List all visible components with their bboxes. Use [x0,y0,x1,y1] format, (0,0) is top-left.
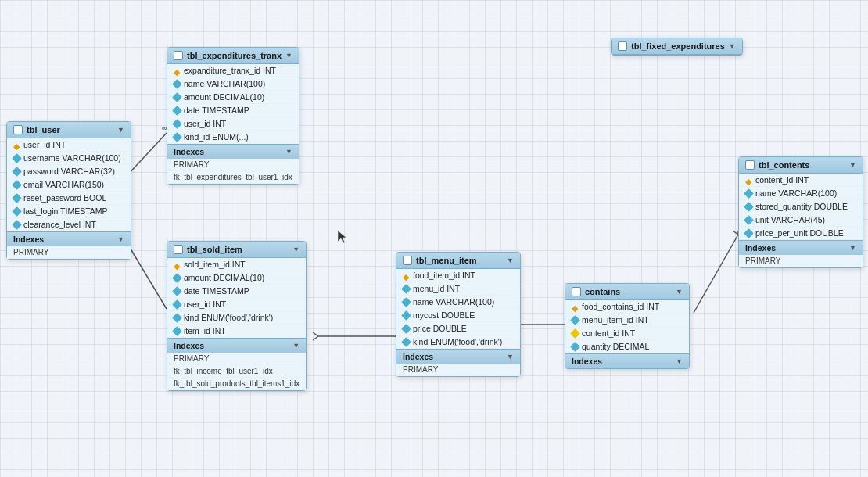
indexes-header-tbl_sold_item[interactable]: Indexes ▼ [167,338,306,353]
diamond-blue-icon [401,284,411,294]
field-text: user_id INT [184,119,226,128]
diamond-blue-icon [172,299,182,310]
table-icon [174,245,183,254]
table-contains: contains ▼ ◆food_contains_id INTmenu_ite… [565,283,690,369]
header-arrow-tbl_fixed_expenditures[interactable]: ▼ [729,42,736,50]
table-header-tbl_user[interactable]: tbl_user ▼ [7,122,131,138]
field-text: reset_password BOOL [23,193,106,203]
indexes-arrow-tbl_menu_item[interactable]: ▼ [507,353,514,360]
field-row-tbl_user-5: last_login TIMESTAMP [7,205,131,218]
diamond-blue-icon [744,202,754,212]
field-text: date TIMESTAMP [184,106,249,115]
table-icon [174,51,183,60]
indexes-arrow-tbl_expenditures_tranx[interactable]: ▼ [285,148,292,156]
key-icon: ◆ [174,67,181,74]
table-header-tbl_sold_item[interactable]: tbl_sold_item ▼ [167,242,306,258]
diamond-blue-icon [172,92,182,102]
header-arrow-tbl_sold_item[interactable]: ▼ [292,246,299,253]
diamond-blue-icon [401,324,411,334]
table-icon [572,287,581,296]
diamond-blue-icon [570,342,580,352]
table-name-tbl_expenditures_tranx: tbl_expenditures_tranx [187,51,282,60]
table-header-tbl_contents[interactable]: tbl_contents ▼ [739,157,863,174]
field-row-tbl_sold_item-4: kind ENUM('food','drink') [167,311,306,325]
indexes-arrow-tbl_contents[interactable]: ▼ [849,244,856,252]
field-row-tbl_user-0: ◆user_id INT [7,138,131,152]
indexes-arrow-contains[interactable]: ▼ [676,357,683,365]
field-row-tbl_expenditures_tranx-2: amount DECIMAL(10) [167,91,299,104]
diamond-blue-icon [744,188,754,199]
field-row-tbl_menu_item-3: mycost DOUBLE [396,309,520,322]
field-text: content_id INT [755,175,809,185]
svg-line-12 [694,235,738,313]
field-text: menu_item_id INT [582,315,649,325]
key-icon: ◆ [13,142,20,149]
table-header-tbl_menu_item[interactable]: tbl_menu_item ▼ [396,253,520,269]
field-row-tbl_expenditures_tranx-5: kind_id ENUM(...) [167,131,299,144]
field-row-tbl_user-4: reset_password BOOL [7,192,131,205]
index-item-tbl_menu_item-0: PRIMARY [396,364,520,376]
field-text: sold_item_id INT [184,260,246,269]
indexes-arrow-tbl_sold_item[interactable]: ▼ [292,342,299,350]
table-header-tbl_expenditures_tranx[interactable]: tbl_expenditures_tranx ▼ [167,48,299,64]
table-tbl_menu_item: tbl_menu_item ▼ ◆food_item_id INTmenu_id… [396,252,521,377]
field-text: username VARCHAR(100) [23,153,121,163]
field-row-tbl_contents-4: price_per_unit DOUBLE [739,227,863,240]
header-arrow-tbl_menu_item[interactable]: ▼ [507,256,514,264]
svg-marker-15 [338,231,346,243]
field-text: content_id INT [582,328,635,338]
header-arrow-tbl_contents[interactable]: ▼ [849,161,856,169]
indexes-header-tbl_user[interactable]: Indexes ▼ [7,231,131,246]
field-text: kind ENUM('food','drink') [413,337,502,346]
indexes-label-tbl_expenditures_tranx: Indexes [174,147,204,156]
indexes-label-tbl_sold_item: Indexes [174,341,204,350]
table-icon [745,160,755,170]
diamond-blue-icon [12,206,22,217]
field-row-tbl_menu_item-1: menu_id INT [396,282,520,296]
field-text: price_per_unit DOUBLE [755,228,844,238]
indexes-arrow-tbl_user[interactable]: ▼ [117,235,124,243]
field-row-tbl_sold_item-5: item_id INT [167,325,306,338]
table-header-contains[interactable]: contains ▼ [565,284,689,300]
header-arrow-contains[interactable]: ▼ [676,288,683,296]
indexes-header-tbl_expenditures_tranx[interactable]: Indexes ▼ [167,144,299,159]
header-arrow-tbl_user[interactable]: ▼ [117,126,124,134]
field-row-tbl_user-1: username VARCHAR(100) [7,152,131,165]
table-name-tbl_user: tbl_user [27,125,60,134]
key-icon: ◆ [572,303,579,310]
diamond-blue-icon [172,79,182,89]
field-row-tbl_expenditures_tranx-0: ◆expanditure_tranx_id INT [167,64,299,77]
indexes-header-contains[interactable]: Indexes ▼ [565,353,689,368]
field-text: menu_id INT [413,284,460,293]
table-icon [618,41,627,51]
field-row-tbl_sold_item-1: amount DECIMAL(10) [167,271,306,285]
field-row-tbl_menu_item-5: kind ENUM('food','drink') [396,335,520,349]
diamond-blue-icon [172,273,182,283]
indexes-header-tbl_menu_item[interactable]: Indexes ▼ [396,349,520,364]
diamond-blue-icon [12,180,22,190]
index-item-tbl_sold_item-2: fk_tbl_sold_products_tbl_items1_idx [167,378,306,390]
field-text: expanditure_tranx_id INT [184,66,276,75]
field-text: food_item_id INT [413,271,475,280]
field-row-tbl_contents-3: unit VARCHAR(45) [739,213,863,227]
field-text: name VARCHAR(100) [755,188,837,198]
field-row-tbl_contents-1: name VARCHAR(100) [739,187,863,200]
field-text: kind_id ENUM(...) [184,132,249,142]
svg-line-0 [127,133,167,176]
header-arrow-tbl_expenditures_tranx[interactable]: ▼ [285,52,292,59]
field-row-tbl_expenditures_tranx-4: user_id INT [167,117,299,131]
indexes-label-tbl_menu_item: Indexes [403,352,433,361]
diamond-blue-icon [12,220,22,230]
field-row-tbl_user-3: email VARCHAR(150) [7,178,131,192]
table-tbl_expenditures_tranx: tbl_expenditures_tranx ▼ ◆expanditure_tr… [167,47,299,185]
field-text: food_contains_id INT [582,302,659,311]
index-item-tbl_contents-0: PRIMARY [739,255,863,267]
diamond-blue-icon [401,310,411,321]
diamond-blue-icon [172,326,182,336]
table-tbl_fixed_expenditures: tbl_fixed_expenditures ▼ [611,38,743,56]
field-text: date TIMESTAMP [184,286,249,296]
field-row-contains-2: content_id INT [565,327,689,340]
indexes-header-tbl_contents[interactable]: Indexes ▼ [739,240,863,255]
table-header-tbl_fixed_expenditures[interactable]: tbl_fixed_expenditures ▼ [612,38,742,55]
index-item-tbl_expenditures_tranx-1: fk_tbl_expenditures_tbl_user1_idx [167,171,299,184]
